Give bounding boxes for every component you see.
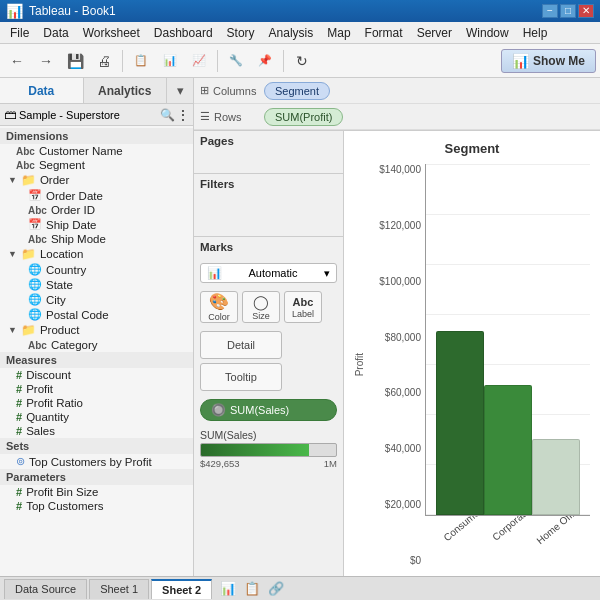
menu-item-data[interactable]: Data: [37, 24, 74, 42]
sidebar-item-order-date[interactable]: 📅 Order Date: [0, 188, 193, 203]
slider-section: SUM(Sales) $429,653 1M: [194, 425, 343, 473]
sidebar-item-profit-bin-size[interactable]: # Profit Bin Size: [0, 485, 193, 499]
sidebar-item-segment[interactable]: Abc Segment: [0, 158, 193, 172]
chart-area: Segment Profit $140,000$120,000$100,000$…: [344, 131, 600, 576]
sidebar-item-location[interactable]: ▼ 📁 Location: [0, 246, 193, 262]
y-label: $60,000: [385, 387, 421, 398]
bottom-tab-sheet-1[interactable]: Sheet 1: [89, 579, 149, 599]
bottom-icon-0[interactable]: 📊: [218, 581, 238, 596]
x-label-text: Consumer: [441, 516, 483, 543]
sidebar-item-postal-code[interactable]: 🌐 Postal Code: [0, 307, 193, 322]
filter-btn[interactable]: 🔧: [223, 48, 249, 74]
sidebar-item-state[interactable]: 🌐 State: [0, 277, 193, 292]
undo-button[interactable]: ←: [4, 48, 30, 74]
tab-data[interactable]: Data: [0, 78, 84, 103]
close-button[interactable]: ✕: [578, 4, 594, 18]
sidebar-item-order-id[interactable]: Abc Order ID: [0, 203, 193, 217]
item-label: Top Customers: [26, 500, 103, 512]
pages-content: [200, 149, 337, 169]
sort-btn[interactable]: 📌: [252, 48, 278, 74]
menu-item-format[interactable]: Format: [359, 24, 409, 42]
item-label: Profit Ratio: [26, 397, 83, 409]
menu-item-file[interactable]: File: [4, 24, 35, 42]
calendar-icon: 📅: [28, 189, 42, 202]
chart-btn-2[interactable]: 📈: [186, 48, 212, 74]
search-icon[interactable]: 🔍: [160, 108, 175, 122]
panel-menu-btn[interactable]: ▾: [167, 78, 193, 103]
menu-item-analysis[interactable]: Analysis: [263, 24, 320, 42]
item-label: Ship Date: [46, 219, 97, 231]
size-button[interactable]: ◯ Size: [242, 291, 280, 323]
abc-icon: Abc: [28, 205, 47, 216]
bar-group-consumer[interactable]: [436, 331, 484, 515]
pages-title: Pages: [200, 135, 337, 147]
sidebar-item-profit[interactable]: # Profit: [0, 382, 193, 396]
tooltip-button[interactable]: Tooltip: [200, 363, 282, 391]
datasource-icon: 🗃: [4, 107, 17, 122]
tab-analytics[interactable]: Analytics: [84, 78, 168, 103]
abc-icon: Abc: [28, 234, 47, 245]
dimensions-header: Dimensions: [0, 128, 193, 144]
bottom-tab-sheet-2[interactable]: Sheet 2: [151, 579, 212, 599]
sales-slider[interactable]: [200, 443, 337, 457]
bar-group-corporate[interactable]: [484, 385, 532, 515]
sidebar-item-country[interactable]: 🌐 Country: [0, 262, 193, 277]
data-button[interactable]: 📋: [128, 48, 154, 74]
save-button[interactable]: 💾: [62, 48, 88, 74]
options-icon[interactable]: ⋮: [177, 108, 189, 122]
label-button[interactable]: Abc Label: [284, 291, 322, 323]
sidebar-item-profit-ratio[interactable]: # Profit Ratio: [0, 396, 193, 410]
y-label: $20,000: [385, 499, 421, 510]
bottom-icon-2[interactable]: 🔗: [266, 581, 286, 596]
sidebar-item-discount[interactable]: # Discount: [0, 368, 193, 382]
bar-home-office[interactable]: [532, 439, 580, 515]
bar-consumer[interactable]: [436, 331, 484, 515]
bottom-icon-1[interactable]: 📋: [242, 581, 262, 596]
grid-line: [426, 164, 590, 165]
sum-sales-pill[interactable]: 🔘 SUM(Sales): [200, 399, 337, 421]
marks-title: Marks: [200, 241, 337, 253]
y-axis: $140,000$120,000$100,000$80,000$60,000$4…: [365, 164, 425, 566]
minimize-button[interactable]: −: [542, 4, 558, 18]
middle-panel: Pages Filters Marks 📊 Automatic ▾: [194, 131, 344, 576]
menu-item-map[interactable]: Map: [321, 24, 356, 42]
bottom-tab-data-source[interactable]: Data Source: [4, 579, 87, 599]
label-icon: Abc: [293, 296, 314, 308]
sidebar-item-ship-date[interactable]: 📅 Ship Date: [0, 217, 193, 232]
print-button[interactable]: 🖨: [91, 48, 117, 74]
sidebar-item-sales[interactable]: # Sales: [0, 424, 193, 438]
menu-item-window[interactable]: Window: [460, 24, 515, 42]
color-button[interactable]: 🎨 Color: [200, 291, 238, 323]
sidebar-item-product[interactable]: ▼ 📁 Product: [0, 322, 193, 338]
segment-pill[interactable]: Segment: [264, 82, 330, 100]
menu-item-help[interactable]: Help: [517, 24, 554, 42]
sidebar-item-top-customers[interactable]: ⊚ Top Customers by Profit: [0, 454, 193, 469]
show-me-button[interactable]: 📊 Show Me: [501, 49, 596, 73]
sidebar-item-quantity[interactable]: # Quantity: [0, 410, 193, 424]
pages-section: Pages: [194, 131, 343, 174]
refresh-btn[interactable]: ↻: [289, 48, 315, 74]
chart-btn-1[interactable]: 📊: [157, 48, 183, 74]
sidebar-item-order[interactable]: ▼ 📁 Order: [0, 172, 193, 188]
sidebar-item-ship-mode[interactable]: Abc Ship Mode: [0, 232, 193, 246]
rows-shelf: ☰ Rows SUM(Profit): [194, 104, 600, 130]
detail-button[interactable]: Detail: [200, 331, 282, 359]
maximize-button[interactable]: □: [560, 4, 576, 18]
globe-icon: 🌐: [28, 308, 42, 321]
sidebar-item-customer-name[interactable]: Abc Customer Name: [0, 144, 193, 158]
sidebar-item-top-customers-param[interactable]: # Top Customers: [0, 499, 193, 513]
menu-item-server[interactable]: Server: [411, 24, 458, 42]
marks-type-dropdown[interactable]: 📊 Automatic ▾: [200, 263, 337, 283]
menu-item-story[interactable]: Story: [221, 24, 261, 42]
sidebar-item-category[interactable]: Abc Category: [0, 338, 193, 352]
bar-group-home-office[interactable]: [532, 439, 580, 515]
parameters-header: Parameters: [0, 469, 193, 485]
bar-corporate[interactable]: [484, 385, 532, 515]
x-label-item: Corporate: [483, 516, 531, 566]
chart-with-axis: Profit $140,000$120,000$100,000$80,000$6…: [354, 164, 590, 566]
profit-pill[interactable]: SUM(Profit): [264, 108, 343, 126]
sidebar-item-city[interactable]: 🌐 City: [0, 292, 193, 307]
menu-item-worksheet[interactable]: Worksheet: [77, 24, 146, 42]
redo-button[interactable]: →: [33, 48, 59, 74]
menu-item-dashboard[interactable]: Dashboard: [148, 24, 219, 42]
